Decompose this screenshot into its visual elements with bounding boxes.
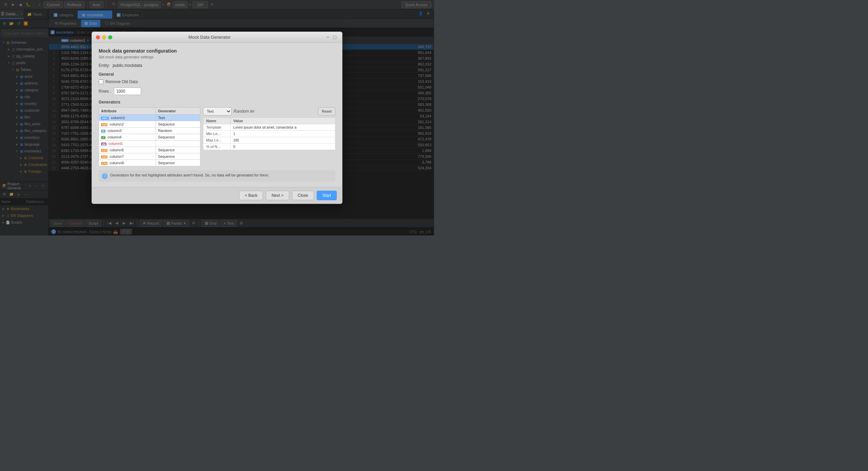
rows-label: Rows : <box>99 89 111 94</box>
gen-props-table: Name Value Template Lorem ipsum dolor si… <box>203 117 335 150</box>
info-message: ⓘ Generators for the red highlighted att… <box>99 170 335 182</box>
close-button[interactable]: Close <box>292 191 314 200</box>
gen-prop-row: Min Le... 1 <box>203 131 335 137</box>
gen-prop-row: % of N... 0 <box>203 144 335 150</box>
remove-old-data-row: Remove Old Data <box>99 79 335 84</box>
gen-attr-cell: ⊙ column3 <box>99 128 156 134</box>
gen-attr-cell: 📅 column5 <box>99 140 156 147</box>
gen-generator-cell: Sequence <box>156 121 200 128</box>
modal-body: Mock data generator configuration Set mo… <box>92 43 342 187</box>
gen-generator-cell <box>156 140 200 147</box>
gen-th-attribute: Attribute <box>99 108 156 115</box>
gen-generator-cell: Sequence <box>156 160 200 166</box>
props-th-name: Name <box>203 118 231 124</box>
tl-maximize[interactable] <box>108 35 112 39</box>
gen-random-label: Random ler <box>234 109 316 114</box>
prop-name: Max Le... <box>203 137 231 144</box>
gen-table-row[interactable]: ✓ column4 Sequence <box>99 134 200 140</box>
gen-table-row[interactable]: 123 column6 Sequence <box>99 147 200 153</box>
prop-value: 1 <box>231 131 335 137</box>
tl-close[interactable] <box>96 35 100 39</box>
gen-generator-cell: Sequence <box>156 147 200 153</box>
gen-attr-cell: 123 column2 <box>99 121 156 128</box>
generator-settings: Text Sequence Random Random ler Reset Na… <box>203 107 335 166</box>
gen-type-row: Text Sequence Random Random ler Reset <box>203 107 335 115</box>
gen-table-row[interactable]: 123 column8 Sequence <box>99 160 200 166</box>
gen-generator-cell: Sequence <box>156 153 200 160</box>
modal-titlebar: Mock Data Generator − □ <box>92 32 342 43</box>
modal-win-min[interactable]: − <box>324 34 331 41</box>
next-button[interactable]: Next > <box>266 191 289 200</box>
gen-generator-cell: Random <box>156 128 200 134</box>
gen-generator-cell: Text <box>156 115 200 121</box>
modal-subtitle: Set mock data generator settings <box>99 55 335 59</box>
gen-attr-cell: 123 column8 <box>99 160 156 166</box>
gen-prop-row: Max Le... 100 <box>203 137 335 144</box>
tl-minimize[interactable] <box>102 35 106 39</box>
remove-old-data-label[interactable]: Remove Old Data <box>105 79 138 84</box>
prop-name: Min Le... <box>203 131 231 137</box>
gen-attr-cell: 123 column7 <box>99 153 156 160</box>
modal-overlay: Mock Data Generator − □ Mock data genera… <box>0 0 434 236</box>
generator-table: Attribute Generator ABC column1 Text 123… <box>99 107 200 166</box>
prop-value: 100 <box>231 137 335 144</box>
entity-value: public.mockdata <box>113 63 142 68</box>
gen-type-select[interactable]: Text Sequence Random <box>203 107 232 115</box>
prop-value: Lorem ipsum dolor sit amet, consectetur … <box>231 124 335 131</box>
gen-reset-button[interactable]: Reset <box>318 107 335 115</box>
gen-th-generator: Generator <box>156 108 200 115</box>
gen-table-row[interactable]: 123 column7 Sequence <box>99 153 200 160</box>
gen-generator-cell: Sequence <box>156 134 200 140</box>
traffic-lights <box>96 35 112 39</box>
gen-attr-cell: ✓ column4 <box>99 134 156 140</box>
remove-old-data-checkbox[interactable] <box>99 79 103 84</box>
info-text: Generators for the red highlighted attri… <box>110 173 269 177</box>
prop-name: Template <box>203 124 231 131</box>
gen-table-row[interactable]: 📅 column5 <box>99 140 200 147</box>
start-button[interactable]: Start <box>317 191 337 200</box>
modal-win-max[interactable]: □ <box>331 34 338 41</box>
entity-label: Entity: <box>99 63 110 68</box>
back-button[interactable]: < Back <box>239 191 263 200</box>
info-icon: ⓘ <box>102 173 107 179</box>
modal-footer: < Back Next > Close Start <box>92 187 342 204</box>
gen-table-row[interactable]: ABC column1 Text <box>99 115 200 121</box>
generators-section-label: Generators <box>99 100 335 105</box>
modal-section-title: Mock data generator configuration <box>99 48 335 54</box>
modal-title: Mock Data Generator <box>115 35 304 40</box>
props-th-value: Value <box>231 118 335 124</box>
gen-table-row[interactable]: ⊙ column3 Random <box>99 128 200 134</box>
gen-attr-cell: 123 column6 <box>99 147 156 153</box>
generators-section: Attribute Generator ABC column1 Text 123… <box>99 107 335 166</box>
rows-input[interactable] <box>114 88 141 95</box>
gen-table-row[interactable]: 123 column2 Sequence <box>99 121 200 128</box>
gen-attr-cell: ABC column1 <box>99 115 156 121</box>
rows-row: Rows : <box>99 88 335 95</box>
prop-name: % of N... <box>203 144 231 150</box>
gen-prop-row: Template Lorem ipsum dolor sit amet, con… <box>203 124 335 131</box>
mock-data-generator-modal: Mock Data Generator − □ Mock data genera… <box>92 32 342 204</box>
modal-entity-row: Entity: public.mockdata <box>99 63 335 68</box>
prop-value: 0 <box>231 144 335 150</box>
general-section-label: General <box>99 72 335 77</box>
